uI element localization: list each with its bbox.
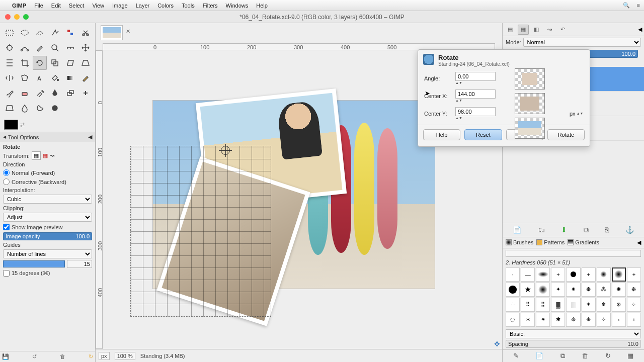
tool-scale[interactable] [48,56,62,70]
menu-filters[interactable]: Filters [203,3,218,9]
panel-menu-icon[interactable]: ◀ [638,26,642,33]
brush-item[interactable]: ✺ [612,283,626,297]
menu-layer[interactable]: Layer [136,3,150,9]
anchor-layer-icon[interactable]: ⚓ [625,226,634,234]
transform-target-path[interactable]: ↝ [50,152,54,159]
tool-pencil[interactable] [78,71,93,85]
menu-windows[interactable]: Windows [226,3,249,9]
tool-crop[interactable] [18,56,32,70]
brush-item[interactable]: ⁘ [627,298,641,312]
direction-normal[interactable]: Normal (Forward) [3,169,92,176]
direction-corrective[interactable]: Corrective (Backward) [3,178,92,185]
unit-selector[interactable]: px [99,352,110,360]
brush-panel-menu-icon[interactable]: ◀ [637,239,641,246]
interpolation-select[interactable]: Cubic [3,195,92,204]
brush-filter-input[interactable] [506,250,641,257]
tool-fuzzy-select[interactable] [48,26,62,40]
brush-preset-select[interactable]: Basic, [506,329,641,338]
mode-select[interactable]: Normal [523,38,641,47]
rotate-button[interactable]: Rotate [547,129,585,140]
tool-ink[interactable] [48,86,62,100]
guides-select[interactable]: Number of lines [3,249,92,258]
brush-item[interactable]: ⁜ [582,313,596,327]
show-preview-checkbox[interactable]: Show image preview [3,224,92,230]
brush-item[interactable]: ★ [521,283,535,297]
zoom-selector[interactable]: 100 % [115,352,135,360]
brush-item[interactable]: ⊛ [612,298,626,312]
menu-select[interactable]: Select [69,3,85,9]
tool-paths[interactable] [18,41,32,55]
angle-spinner[interactable]: ▲▼ [455,81,461,84]
unit-select[interactable]: px [570,111,576,117]
brush-item[interactable]: + [582,267,596,282]
tool-cage[interactable] [18,71,32,85]
menu-help[interactable]: Help [256,3,268,9]
brush-item[interactable]: ◌ [506,313,520,327]
edit-brush-icon[interactable]: ✎ [513,352,519,360]
clipping-select[interactable]: Adjust [3,213,92,222]
tab-layers[interactable]: ▦ [518,25,529,35]
tool-smudge[interactable] [33,101,47,115]
ruler-vertical[interactable]: 0 100 200 300 400 [96,50,103,349]
new-brush-icon[interactable]: 📄 [535,352,543,360]
layer-group-icon[interactable]: 🗂 [538,226,545,234]
brush-item[interactable]: + [551,267,565,282]
brush-item[interactable]: + [627,267,641,282]
app-name[interactable]: GIMP [12,3,26,9]
help-button[interactable]: Help [423,129,460,140]
tool-bucket[interactable] [48,71,62,85]
brush-item[interactable]: ✶ [582,298,596,312]
tab-undo[interactable]: ↶ [557,25,568,35]
refresh-brushes-icon[interactable]: ↻ [605,352,611,360]
brush-item[interactable] [536,283,550,297]
duplicate-brush-icon[interactable]: ⧉ [560,352,565,360]
spotlight-icon[interactable]: 🔍 [623,2,630,9]
tool-measure[interactable] [63,41,77,55]
brush-item[interactable] [612,267,626,282]
brush-item[interactable]: ░ [566,298,580,312]
tab-brushes[interactable]: Brushes [506,239,533,245]
menu-image[interactable]: Image [112,3,128,9]
cy-spinner[interactable]: ▲▼ [455,116,461,120]
tool-shear[interactable] [63,56,77,70]
navigate-icon[interactable]: ✥ [494,340,500,348]
brush-item[interactable]: ∗ [521,313,535,327]
fifteen-degrees-checkbox[interactable]: 15 degrees (⌘) [3,270,92,277]
menu-colors[interactable]: Colors [157,3,174,9]
brush-item[interactable]: ❉ [627,283,641,297]
reset-preset-icon[interactable]: ↻ [89,353,93,360]
reset-button[interactable]: Reset [464,129,502,140]
menu-view[interactable]: View [92,3,104,9]
brush-item[interactable]: ✧ [597,313,611,327]
tool-move[interactable] [78,41,93,55]
menu-edit[interactable]: Edit [51,3,61,9]
brush-item[interactable]: ⠿ [521,298,535,312]
brush-item[interactable]: ✦ [551,283,565,297]
brush-item[interactable] [566,267,580,282]
tool-heal[interactable] [78,86,93,100]
brush-item[interactable]: ❋ [582,283,596,297]
brush-item[interactable]: ∴ [506,298,520,312]
transform-target-selection[interactable]: ▦ [43,152,48,159]
tool-blend[interactable] [63,71,77,85]
center-y-input[interactable] [455,107,496,116]
brush-item[interactable]: — [521,267,535,282]
guides-slider[interactable] [3,260,65,267]
cx-spinner[interactable]: ▲▼ [455,99,461,102]
tool-text[interactable]: A [33,71,47,85]
guides-count-input[interactable] [67,260,92,268]
tool-paintbrush[interactable] [3,86,17,100]
tool-options-header[interactable]: ◀ Tool Options ◀ [0,132,95,142]
delete-preset-icon[interactable]: 🗑 [60,353,65,360]
tool-scissors[interactable] [78,26,93,40]
brush-item[interactable]: ❄ [597,298,611,312]
open-as-image-icon[interactable]: ▦ [627,352,633,360]
brush-item[interactable]: ◦ [612,313,626,327]
tab-channels[interactable]: ◧ [531,25,542,35]
rotate-transform-grid[interactable] [130,146,271,317]
brush-item[interactable]: ✷ [566,283,580,297]
tool-dodge[interactable] [48,101,62,115]
tool-free-select[interactable] [33,26,47,40]
brush-item[interactable]: ⁕ [536,313,550,327]
tool-align[interactable] [3,56,17,70]
